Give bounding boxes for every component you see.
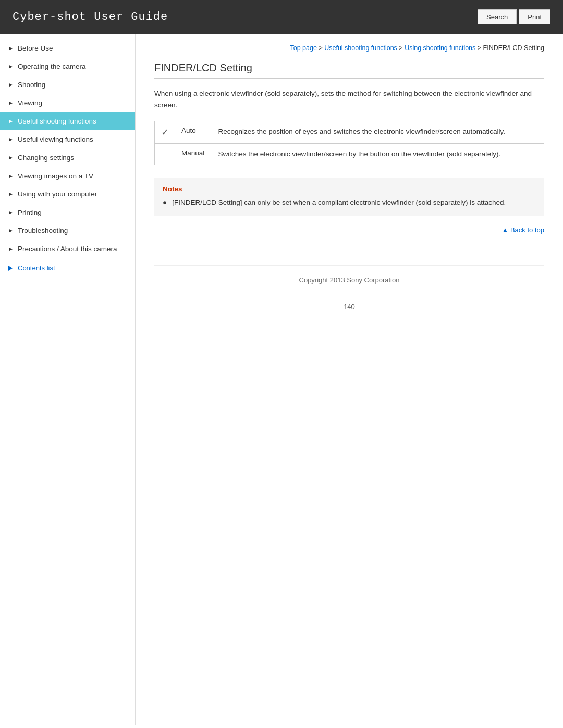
sidebar-arrow-3: ► (8, 100, 14, 106)
breadcrumb-sep3: > (478, 44, 483, 52)
sidebar-label-5: Useful viewing functions (18, 135, 93, 143)
breadcrumb-current: FINDER/LCD Setting (483, 44, 544, 52)
breadcrumb-sep2: > (399, 44, 405, 52)
notes-title: Notes (163, 185, 536, 193)
sidebar-label-7: Viewing images on a TV (18, 172, 93, 180)
notes-bullet-0: ● (163, 197, 167, 208)
row-label-0: Auto (175, 121, 212, 144)
sidebar-label-9: Printing (18, 208, 42, 216)
sidebar-item-6[interactable]: ►Changing settings (0, 149, 135, 167)
sidebar-item-4[interactable]: ►Useful shooting functions (0, 112, 135, 130)
sidebar-arrow-8: ► (8, 191, 14, 197)
sidebar-arrow-5: ► (8, 137, 14, 142)
copyright: Copyright 2013 Sony Corporation (299, 276, 400, 284)
notes-section: Notes ●[FINDER/LCD Setting] can only be … (154, 178, 544, 216)
sidebar-item-9[interactable]: ►Printing (0, 203, 135, 221)
sidebar-label-3: Viewing (18, 99, 42, 107)
breadcrumb-top[interactable]: Top page (290, 44, 316, 52)
page-number: 140 (154, 294, 544, 316)
sidebar-arrow-4: ► (8, 118, 14, 124)
sidebar-arrow-6: ► (8, 155, 14, 161)
checkmark-icon-0: ✓ (161, 127, 169, 138)
settings-table: ✓ Auto Recognizes the position of eyes a… (154, 121, 544, 165)
sidebar-arrow-0: ► (8, 45, 14, 51)
sidebar-label-6: Changing settings (18, 154, 74, 162)
arrow-right-icon (8, 266, 13, 271)
sidebar-item-5[interactable]: ►Useful viewing functions (0, 130, 135, 149)
back-to-top[interactable]: ▲ Back to top (154, 226, 544, 234)
breadcrumb-sep1: > (319, 44, 324, 52)
notes-item-0: ●[FINDER/LCD Setting] can only be set wh… (163, 197, 536, 208)
sidebar-item-7[interactable]: ►Viewing images on a TV (0, 167, 135, 185)
sidebar-label-8: Using with your computer (18, 190, 97, 198)
app-title: Cyber-shot User Guide (13, 10, 168, 23)
table-row-0: ✓ Auto Recognizes the position of eyes a… (155, 121, 544, 144)
main-container: ►Before Use►Operating the camera►Shootin… (0, 34, 563, 725)
print-button[interactable]: Print (519, 9, 550, 24)
sidebar-arrow-2: ► (8, 82, 14, 88)
sidebar-arrow-1: ► (8, 64, 14, 69)
content-area: Top page > Useful shooting functions > U… (136, 34, 563, 725)
sidebar-item-11[interactable]: ►Precautions / About this camera (0, 240, 135, 258)
row-icon-0: ✓ (155, 121, 176, 144)
sidebar-label-2: Shooting (18, 81, 45, 89)
sidebar-item-0[interactable]: ►Before Use (0, 39, 135, 57)
contents-list-label: Contents list (18, 264, 55, 272)
row-label-1: Manual (175, 144, 212, 165)
breadcrumb-useful-shooting[interactable]: Useful shooting functions (324, 44, 397, 52)
sidebar-arrow-10: ► (8, 228, 14, 233)
sidebar-item-1[interactable]: ►Operating the camera (0, 57, 135, 76)
header-buttons: Search Print (478, 9, 550, 24)
sidebar-label-1: Operating the camera (18, 63, 86, 70)
row-desc-1: Switches the electronic viewfinder/scree… (212, 144, 544, 165)
breadcrumb: Top page > Useful shooting functions > U… (154, 44, 544, 52)
contents-list-link[interactable]: Contents list (0, 258, 135, 278)
sidebar-label-11: Precautions / About this camera (18, 245, 117, 253)
sidebar-arrow-7: ► (8, 173, 14, 179)
table-row-1: Manual Switches the electronic viewfinde… (155, 144, 544, 165)
footer: Copyright 2013 Sony Corporation (154, 265, 544, 294)
sidebar-label-0: Before Use (18, 44, 53, 52)
sidebar: ►Before Use►Operating the camera►Shootin… (0, 34, 136, 725)
sidebar-item-2[interactable]: ►Shooting (0, 76, 135, 94)
sidebar-arrow-11: ► (8, 246, 14, 252)
row-desc-0: Recognizes the position of eyes and swit… (212, 121, 544, 144)
page-description: When using a electronic viewfinder (sold… (154, 88, 544, 110)
sidebar-item-8[interactable]: ►Using with your computer (0, 185, 135, 203)
sidebar-label-4: Useful shooting functions (18, 117, 96, 125)
notes-text-0: [FINDER/LCD Setting] can only be set whe… (172, 197, 506, 208)
sidebar-item-3[interactable]: ►Viewing (0, 94, 135, 112)
page-title: FINDER/LCD Setting (154, 62, 544, 79)
search-button[interactable]: Search (478, 9, 517, 24)
back-to-top-link[interactable]: ▲ Back to top (501, 226, 544, 234)
header: Cyber-shot User Guide Search Print (0, 0, 563, 34)
row-icon-1 (155, 144, 176, 165)
breadcrumb-using-shooting[interactable]: Using shooting functions (405, 44, 475, 52)
sidebar-item-10[interactable]: ►Troubleshooting (0, 221, 135, 240)
sidebar-label-10: Troubleshooting (18, 227, 68, 235)
sidebar-arrow-9: ► (8, 209, 14, 215)
